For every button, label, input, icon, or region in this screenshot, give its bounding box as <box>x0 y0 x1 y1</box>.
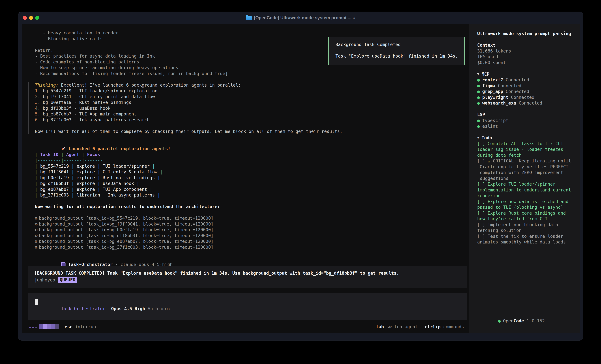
status-dot-icon: ● <box>477 100 480 105</box>
thinking-list-item: 1. bg_5547c219 - TUI loader/spinner expl… <box>35 88 465 94</box>
status-bar: esc interrupt tab switch agentctrl+p com… <box>29 324 464 330</box>
todo-item: [ ] Explore how data is fetched and pass… <box>477 199 578 210</box>
mcp-item: ●playwright Connected <box>477 95 578 100</box>
queued-badge: QUEUED <box>58 277 77 283</box>
thinking-list: 1. bg_5547c219 - TUI loader/spinner expl… <box>35 88 465 123</box>
mcp-item: ●context7 Connected <box>477 77 578 83</box>
thinking-list-item: 4. bg_df18bb3f - useData hook <box>35 105 465 111</box>
thinking-list-item: 5. bg_eb87ebb7 - TUI App main component <box>35 111 465 117</box>
gear-icon: ⚙ <box>35 245 38 250</box>
tool-call-line: ⚙background_output [task_id=bg_f9ff3041,… <box>35 221 465 227</box>
table-row: | bg_37f1c003 | librarian | Ink async pa… <box>35 192 465 198</box>
lsp-list: ●typescript●eslint <box>477 118 578 129</box>
progress-dots-icon <box>29 324 39 330</box>
close-button[interactable] <box>23 16 27 20</box>
table-row: | bg_5547c219 | explore | TUI loader/spi… <box>35 163 465 169</box>
titlebar[interactable]: [OpenCode] Ultrawork mode system prompt … <box>18 12 583 24</box>
version-number: 1.0.152 <box>527 318 545 323</box>
context-heading: Context <box>477 42 578 48</box>
todo-item: [ ] Implement non-blocking data fetching… <box>477 222 578 233</box>
thinking-list-item: 2. bg_f9ff3041 - CLI entry point and dat… <box>35 94 465 100</box>
version-suffix: Code <box>513 318 524 323</box>
tool-output-line: - How to keep spinner animating during h… <box>35 65 465 71</box>
gear-icon: ⚙ <box>35 239 38 244</box>
table-header-row: | Task ID | Agent | Focus | <box>35 152 465 158</box>
thinking-intro-line: Thinking: Excellent! I've launched 6 bac… <box>35 82 465 88</box>
ctrlp-key-hint: ctrl+p <box>425 324 441 330</box>
tool-call-line: ⚙background_output [task_id=bg_df18bb3f,… <box>35 233 465 239</box>
thinking-label: Thinking: <box>35 83 59 87</box>
folder-icon <box>246 16 252 20</box>
composer-input[interactable]: Task-OrchestratorOpus 4.5 HighAnthropic <box>28 293 467 320</box>
mcp-item: ●grep_app Connected <box>477 88 578 95</box>
gear-icon: ⚙ <box>35 233 38 238</box>
thinking-block: Thinking: Excellent! I've launched 6 bac… <box>28 82 465 134</box>
status-dot-icon: ● <box>477 89 480 94</box>
background-task-toast: Background Task Completed Task "Explore … <box>328 37 465 65</box>
sidebar-pane: Ultrawork mode system prompt parsing Con… <box>469 24 580 333</box>
version-prefix: Open <box>503 318 514 323</box>
context-spent: $0.00 spent <box>477 60 578 66</box>
thinking-outro-line: Now I'll wait for all of them to complet… <box>35 128 465 134</box>
tab-key-hint: tab <box>376 324 384 330</box>
tool-call-line: ⚙background_output [task_id=bg_eb87ebb7,… <box>35 239 465 244</box>
mcp-section-header[interactable]: ▼MCP <box>477 71 578 77</box>
context-used: 16% used <box>477 54 578 60</box>
minimize-button[interactable] <box>29 16 33 20</box>
status-dot-icon: ● <box>477 95 480 100</box>
lsp-item: ●typescript <box>477 118 578 124</box>
tool-call-line: ⚙background_output [task_id=bg_5547c219,… <box>35 215 465 221</box>
table-row: | bg_f9ff3041 | explore | CLI entry & da… <box>35 169 465 175</box>
table-row: | bg_b0effa19 | explore | Rust native bi… <box>35 175 465 181</box>
toast-title: Background Task Completed <box>335 42 464 48</box>
esc-key-hint: esc <box>65 324 72 330</box>
task-table: | Task ID | Agent | Focus ||---------|--… <box>35 152 465 198</box>
announcement-text: Launched 6 parallel exploration agents! <box>69 146 170 151</box>
window-controls <box>23 12 39 24</box>
collapse-triangle-icon: ▼ <box>477 136 479 140</box>
version-line: ●OpenCode1.0.152 <box>477 312 545 330</box>
mcp-item: ●websearch_exa Connected <box>477 100 578 106</box>
warning-icon: ⚠ <box>488 158 493 163</box>
tab-key-label: switch agent <box>384 324 418 330</box>
composer-provider: Anthropic <box>148 306 171 311</box>
gear-icon: ⚙ <box>35 227 38 232</box>
gear-icon: ⚙ <box>35 221 38 227</box>
status-dot-icon: ● <box>477 118 480 123</box>
todo-section-header[interactable]: ▼Todo <box>477 135 578 141</box>
tool-call-list: ⚙background_output [task_id=bg_5547c219,… <box>35 215 465 250</box>
status-dot-icon: ● <box>477 83 480 88</box>
sidebar-title: Ultrawork mode system prompt parsing <box>477 31 578 37</box>
status-dot-icon: ● <box>477 124 480 129</box>
window-content: - Heavy computation in render - Blocking… <box>18 24 583 340</box>
progress-spinner <box>39 324 59 330</box>
queued-user: junhoyeo <box>34 277 55 283</box>
ctrlp-key-label: commands <box>441 324 464 330</box>
composer-footer: Task-OrchestratorOpus 4.5 HighAnthropic <box>35 300 171 317</box>
window-title: [OpenCode] Ultrawork mode system prompt … <box>246 15 355 20</box>
rocket-icon <box>61 146 66 153</box>
terminal-main-pane[interactable]: - Heavy computation in render - Blocking… <box>22 24 469 333</box>
tool-call-line: ⚙background_output [task_id=bg_b0effa19,… <box>35 227 465 233</box>
todo-list: [ ] Complete ALL tasks to fix CLI loader… <box>477 141 578 245</box>
waiting-line: Now waiting for all exploration results … <box>35 204 465 210</box>
collapse-triangle-icon: ▼ <box>477 72 479 76</box>
todo-item: [ ] Test the fix to ensure loader animat… <box>477 233 578 245</box>
lsp-item: ●eslint <box>477 123 578 129</box>
terminal-window: [OpenCode] Ultrawork mode system prompt … <box>18 12 583 341</box>
announcement-line: Launched 6 parallel exploration agents! <box>35 140 465 146</box>
tool-call-line: ⚙background_output [task_id=bg_37f1c003,… <box>35 244 465 250</box>
fullscreen-button[interactable] <box>35 16 39 20</box>
esc-key-label: interrupt <box>72 324 99 330</box>
table-row: | bg_eb87ebb7 | explore | TUI App compon… <box>35 186 465 192</box>
composer-agent: Task-Orchestrator <box>61 306 105 311</box>
thinking-list-item: 6. bg_37f1c003 - Ink async patterns rese… <box>35 117 465 123</box>
context-tokens: 31,686 tokens <box>477 48 578 54</box>
mcp-item: ●figma Connected <box>477 83 578 89</box>
toast-body: Task "Explore useData hook" finished in … <box>335 53 464 59</box>
queued-text: [BACKGROUND TASK COMPLETED] Task "Explor… <box>34 270 467 276</box>
status-dot-icon: ● <box>477 77 480 82</box>
window-title-text: [OpenCode] Ultrawork mode system prompt … <box>254 15 355 20</box>
thinking-list-item: 3. bg_b0effa19 - Rust native bindings <box>35 99 465 105</box>
mcp-list: ●context7 Connected●figma Connected●grep… <box>477 77 578 106</box>
